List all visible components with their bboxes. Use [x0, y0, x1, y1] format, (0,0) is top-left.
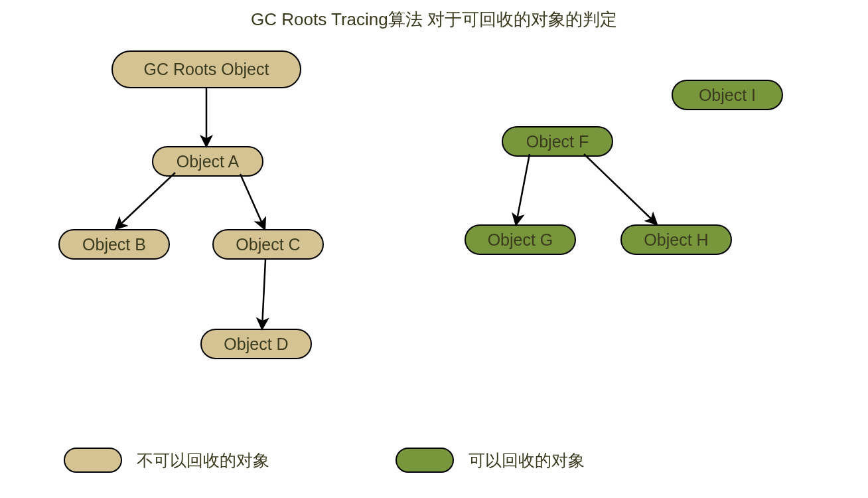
node-object-d: Object D	[200, 329, 312, 359]
node-label: Object D	[224, 335, 288, 354]
node-label: Object A	[177, 152, 240, 171]
node-object-i: Object I	[672, 80, 783, 110]
edge-objectA-to-objectB	[117, 173, 175, 228]
diagram-title: GC Roots Tracing算法 对于可回收的对象的判定	[0, 8, 868, 31]
node-label: Object G	[488, 230, 553, 250]
node-label: Object B	[82, 235, 146, 254]
edge-objectF-to-objectG	[516, 154, 530, 223]
node-object-c: Object C	[212, 229, 324, 260]
node-label: Object F	[526, 132, 589, 151]
node-object-a: Object A	[152, 146, 263, 177]
edge-objectF-to-objectH	[584, 154, 656, 223]
node-object-b: Object B	[58, 229, 170, 260]
node-label: Object H	[644, 230, 708, 250]
legend-recyclable: 可以回收的对象	[396, 448, 585, 473]
node-object-f: Object F	[502, 126, 613, 157]
legend-swatch-green	[396, 448, 454, 473]
legend-non-recyclable: 不可以回收的对象	[64, 448, 269, 473]
node-gc-roots-object: GC Roots Object	[111, 50, 301, 88]
node-label: GC Roots Object	[144, 60, 269, 79]
legend-label-non-recyclable: 不可以回收的对象	[137, 450, 269, 471]
legend-label-recyclable: 可以回收的对象	[469, 450, 585, 471]
node-object-h: Object H	[620, 224, 732, 255]
node-object-g: Object G	[465, 224, 576, 255]
node-label: Object I	[699, 86, 756, 105]
node-label: Object C	[236, 235, 300, 254]
legend-swatch-tan	[64, 448, 122, 473]
edge-objectC-to-objectD	[262, 260, 265, 327]
edge-objectA-to-objectC	[240, 174, 264, 228]
